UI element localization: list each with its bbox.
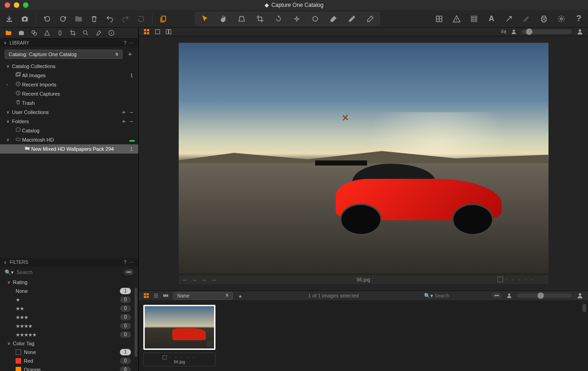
eyedropper-tool-icon[interactable] xyxy=(347,14,356,23)
zoom-window[interactable] xyxy=(23,2,28,8)
rotate-tool-icon[interactable] xyxy=(274,14,283,23)
pointer-tool-icon[interactable] xyxy=(200,14,209,23)
adjust-tab-icon[interactable] xyxy=(95,29,102,37)
export-icon[interactable] xyxy=(504,14,514,23)
scrollbar-thumb[interactable] xyxy=(582,304,586,312)
catalog-folder-item[interactable]: Catalog xyxy=(0,126,138,135)
recent-imports-item[interactable]: › Recent Imports xyxy=(0,80,138,89)
import-icon[interactable] xyxy=(5,14,14,23)
color-tag-box[interactable] xyxy=(498,277,503,282)
single-view-icon[interactable] xyxy=(154,29,161,35)
color-tab-icon[interactable] xyxy=(43,29,51,37)
rating-row[interactable]: ★★★0 xyxy=(0,313,138,322)
user-icon[interactable] xyxy=(506,293,512,299)
thumb-size-slider[interactable] xyxy=(517,293,572,298)
minimize-window[interactable] xyxy=(14,2,19,8)
list-view-icon[interactable] xyxy=(153,293,159,299)
user-icon[interactable] xyxy=(511,29,517,35)
move-to-icon[interactable] xyxy=(74,14,83,23)
metadata-tab-icon[interactable] xyxy=(107,29,115,37)
thumbnail[interactable]: · · · · · 56.jpg xyxy=(143,305,215,366)
rating-row[interactable]: ★★★★0 xyxy=(0,322,138,331)
panel-menu-icon[interactable]: ⋯ xyxy=(129,260,135,265)
guides-icon[interactable] xyxy=(469,14,479,23)
rotate-right-icon[interactable] xyxy=(58,14,68,23)
shape-tool-icon[interactable] xyxy=(311,14,320,23)
print-icon[interactable] xyxy=(539,14,548,23)
color-tag-box[interactable] xyxy=(163,355,167,360)
filter-search-input[interactable] xyxy=(17,269,121,275)
user-collections-group[interactable]: ∨User Collections ＋ − xyxy=(0,108,138,117)
reset-icon[interactable] xyxy=(136,14,146,23)
help-small-icon[interactable]: ? xyxy=(124,260,126,265)
settings-icon[interactable] xyxy=(557,14,566,23)
close-window[interactable] xyxy=(5,2,10,8)
annotate-icon[interactable]: A xyxy=(487,14,496,23)
browser-search-input[interactable] xyxy=(435,293,490,298)
panel-menu-icon[interactable]: ⋯ xyxy=(129,40,135,46)
warning-icon[interactable] xyxy=(452,14,461,23)
rating-group[interactable]: ∨Rating xyxy=(0,278,138,287)
sort-direction-icon[interactable]: ▲ xyxy=(237,291,243,300)
catalog-collections-group[interactable]: ∨Catalog Collections xyxy=(0,62,138,71)
pan-tool-icon[interactable] xyxy=(219,14,228,23)
fit-label[interactable]: Fit xyxy=(501,29,506,34)
keystone-tool-icon[interactable] xyxy=(237,14,246,23)
split-view-icon[interactable] xyxy=(165,29,172,35)
library-tab-icon[interactable] xyxy=(5,29,12,37)
brush-tool-icon[interactable] xyxy=(329,14,338,23)
remove-folder-button[interactable]: − xyxy=(128,118,135,125)
rating-dots[interactable]: · · · · · xyxy=(170,355,197,360)
rating-row[interactable]: None1 xyxy=(0,287,138,296)
filmstrip-view-icon[interactable] xyxy=(163,293,169,299)
grid-icon[interactable] xyxy=(435,14,444,23)
details-tab-icon[interactable] xyxy=(82,29,89,37)
color-row[interactable]: Red0 xyxy=(0,357,138,365)
search-options-icon[interactable]: ••• xyxy=(492,293,502,298)
edit-icon[interactable] xyxy=(522,14,531,23)
redo-icon[interactable] xyxy=(121,14,130,23)
crop-tab-icon[interactable] xyxy=(69,29,76,37)
add-catalog-button[interactable]: ＋ xyxy=(126,50,134,58)
rating-row[interactable]: ★★0 xyxy=(0,304,138,313)
lens-tab-icon[interactable] xyxy=(30,29,38,37)
search-options-icon[interactable]: ••• xyxy=(124,269,134,275)
help-small-icon[interactable]: ? xyxy=(124,40,126,46)
recent-captures-item[interactable]: Recent Captures xyxy=(0,89,138,98)
macintosh-hd-item[interactable]: ∨ Macintosh HD ▬ xyxy=(0,135,138,144)
color-row[interactable]: None1 xyxy=(0,348,138,357)
grid-view-icon[interactable] xyxy=(143,29,150,35)
capture-icon[interactable] xyxy=(20,14,29,23)
grid-view-icon[interactable] xyxy=(143,293,149,299)
undo-icon[interactable] xyxy=(105,14,114,23)
library-panel-header[interactable]: ∨ LIBRARY ? ⋯ xyxy=(0,39,138,47)
user-icon[interactable] xyxy=(577,292,583,299)
all-images-item[interactable]: All Images 1 xyxy=(0,71,138,80)
scrollbar-thumb[interactable] xyxy=(135,288,137,357)
sort-selector[interactable]: Name⇅ xyxy=(173,292,233,300)
add-collection-button[interactable]: ＋ xyxy=(119,108,128,116)
add-folder-button[interactable]: ＋ xyxy=(119,117,128,126)
copy-variant-icon[interactable] xyxy=(159,14,168,23)
crop-tool-icon[interactable] xyxy=(255,14,265,23)
rating-row[interactable]: ★0 xyxy=(0,296,138,304)
trash-item[interactable]: Trash xyxy=(0,98,138,108)
thumbnail-image[interactable] xyxy=(143,305,215,350)
selected-folder-item[interactable]: New Mixed HD Wallpapers Pack 294 1 xyxy=(0,144,138,154)
user-icon[interactable] xyxy=(577,29,583,35)
help-icon[interactable]: ? xyxy=(574,14,583,23)
colortag-group[interactable]: ∨Color Tag xyxy=(0,339,138,348)
rating-dots[interactable]: · · · · · xyxy=(506,277,535,282)
capture-tab-icon[interactable] xyxy=(17,29,25,37)
spot-tool-icon[interactable] xyxy=(292,14,301,23)
trash-icon[interactable] xyxy=(90,14,99,23)
color-row[interactable]: Orange0 xyxy=(0,365,138,371)
rotate-left-icon[interactable] xyxy=(43,14,52,23)
list-icon[interactable] xyxy=(538,276,544,283)
remove-collection-button[interactable]: − xyxy=(128,109,135,116)
eraser-tool-icon[interactable] xyxy=(366,14,375,23)
exposure-tab-icon[interactable] xyxy=(56,29,63,37)
rating-row[interactable]: ★★★★★0 xyxy=(0,331,138,339)
filters-panel-header[interactable]: ∨ FILTERS ? ⋯ xyxy=(0,258,138,267)
folders-group[interactable]: ∨Folders ＋ − xyxy=(0,117,138,126)
